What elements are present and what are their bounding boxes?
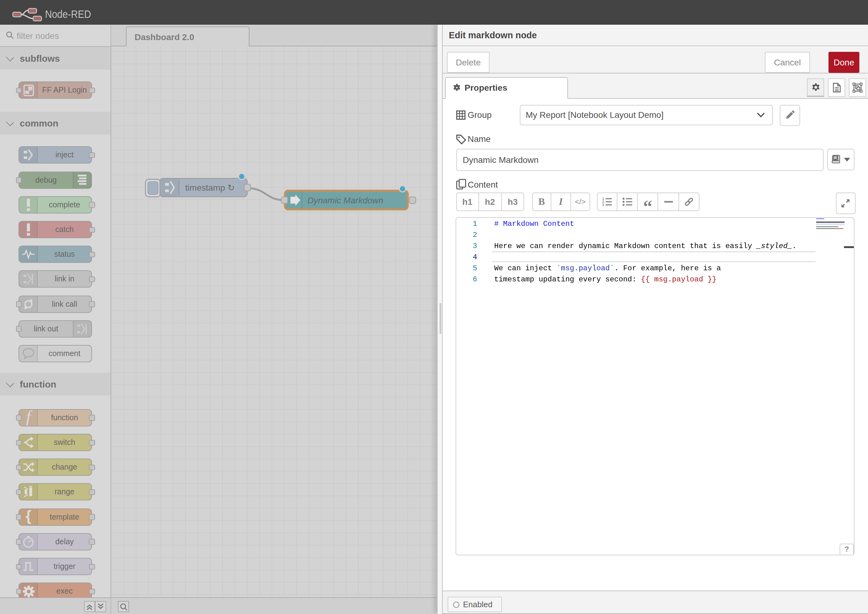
svg-text:Dynamic Markdown: Dynamic Markdown [307, 195, 384, 205]
svg-text:timestamp ↻: timestamp ↻ [185, 183, 234, 192]
svg-text:3: 3 [602, 203, 604, 206]
